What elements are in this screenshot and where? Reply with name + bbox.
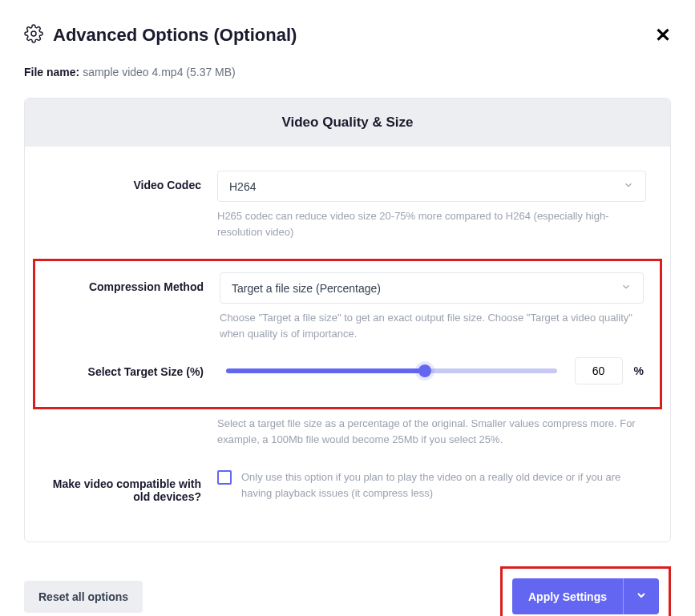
codec-label: Video Codec [49,171,201,191]
file-name-label: File name: [24,66,79,79]
file-name-value: sample video 4.mp4 (5.37 MB) [83,66,236,79]
close-icon[interactable]: ✕ [655,26,671,45]
header-left: Advanced Options (Optional) [24,24,297,46]
dialog-title: Advanced Options (Optional) [53,25,297,46]
compression-row: Compression Method Target a file size (P… [38,272,657,304]
card-body: Video Codec H264 H265 codec can reduce v… [25,147,670,542]
target-size-row: Select Target Size (%) % [38,357,657,384]
apply-button[interactable]: Apply Settings [512,578,623,614]
compression-select[interactable]: Target a file size (Percentage) [220,272,644,304]
settings-card: Video Quality & Size Video Codec H264 H2… [24,98,671,542]
reset-button[interactable]: Reset all options [24,581,143,613]
card-header: Video Quality & Size [25,99,670,147]
compat-label: Make video compatible with old devices? [49,469,201,503]
target-size-label: Select Target Size (%) [51,357,204,378]
dialog-header: Advanced Options (Optional) ✕ [24,24,671,46]
compat-text: Only use this option if you plan to play… [241,469,646,501]
svg-point-0 [31,31,36,36]
apply-group: Apply Settings [500,566,671,616]
compression-label: Compression Method [51,272,204,293]
compat-row: Make video compatible with old devices? … [49,469,646,503]
compression-help: Choose "Target a file size" to get an ex… [207,310,657,341]
codec-select[interactable]: H264 [217,171,646,202]
highlighted-section: Compression Method Target a file size (P… [33,259,662,409]
slider-thumb[interactable] [418,364,431,377]
compression-value: Target a file size (Percentage) [232,282,381,295]
chevron-down-icon [620,281,632,295]
dialog-footer: Reset all options Apply Settings [24,566,671,616]
slider-container: % [220,357,644,384]
compat-checkbox[interactable] [217,470,232,485]
gear-icon [24,24,43,46]
chevron-down-icon [623,179,634,193]
file-info: File name: sample video 4.mp4 (5.37 MB) [24,66,671,79]
chevron-down-icon [635,589,648,604]
target-size-help: Select a target file size as a percentag… [217,416,646,447]
codec-row: Video Codec H264 [49,171,646,202]
apply-dropdown-button[interactable] [623,578,659,614]
target-size-slider[interactable] [226,368,557,373]
codec-help: H265 codec can reduce video size 20-75% … [217,208,646,240]
target-size-input[interactable] [575,357,623,384]
target-size-unit: % [634,364,644,377]
codec-value: H264 [229,180,256,193]
